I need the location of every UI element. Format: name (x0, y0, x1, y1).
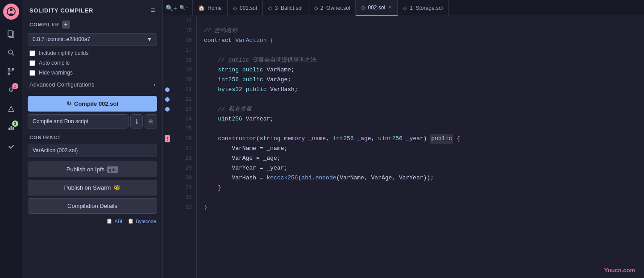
svg-point-7 (8, 73, 10, 75)
tab-2owner[interactable]: ◇ 2_Owner.sol (308, 0, 356, 16)
line-33: 33 (186, 203, 192, 212)
bp-27 (165, 144, 170, 154)
compile-run-row: Compile and Run script ℹ ⎘ (28, 114, 157, 129)
indent-27 (204, 144, 232, 154)
add-compiler-btn[interactable]: + (62, 21, 70, 29)
bp-29 (165, 163, 170, 173)
svg-rect-2 (8, 31, 12, 37)
bottom-links-row: 📋 ABI 📋 Bytecode (22, 214, 162, 224)
hamburger-icon[interactable]: ≡ (151, 6, 155, 14)
hide-warnings-label[interactable]: Hide warnings (39, 70, 73, 76)
compile-run-info-icon[interactable]: ℹ (130, 114, 143, 129)
breakpoint-dot-23 (165, 107, 170, 112)
compile-run-button[interactable]: Compile and Run script (28, 114, 129, 129)
verify-icon[interactable] (3, 138, 19, 154)
file-icon-002: ◇ (361, 4, 365, 11)
code-line-19: string public VarName; (204, 65, 637, 75)
bytecode-label: Bytecode (136, 219, 156, 224)
kw-contract: contract (204, 36, 232, 46)
bp-15 (165, 26, 170, 36)
tab-1storage[interactable]: ◇ 1_Storage.sol (398, 0, 449, 16)
bp-16 (165, 36, 170, 46)
code-line-22 (204, 95, 637, 104)
bp-21 (165, 85, 170, 95)
publish-ipfs-button[interactable]: Publish on Ipfs ipfs (28, 162, 157, 177)
comment-15: // 合约名称 (204, 26, 237, 36)
code-line-27: VarName = _name; (204, 144, 637, 154)
file-icon-001: ◇ (233, 5, 237, 11)
type-uint256-24: uint256 (218, 114, 242, 124)
tab-2owner-label: 2_Owner.sol (320, 5, 350, 11)
kw-memory: memory (284, 134, 305, 144)
contract-dropdown[interactable]: VarAction (002.sol) (28, 144, 157, 157)
icon-sidebar: 1 3 (0, 0, 22, 278)
line-28: 28 (186, 154, 192, 163)
line-14: 14 (186, 16, 192, 26)
nightly-builds-label[interactable]: Include nightly builds (39, 50, 88, 56)
kw-constructor: constructor (218, 134, 256, 144)
publish-swarm-label: Publish on Swarm (64, 184, 111, 191)
file-icon-1storage: ◇ (403, 5, 407, 11)
abi-link[interactable]: 📋 ABI (106, 218, 122, 224)
zoom-out-icon[interactable]: 🔍− (178, 2, 190, 14)
breakpoint-dot-22 (165, 97, 170, 102)
hide-warnings-checkbox[interactable] (29, 70, 35, 76)
tab-home-label: Home (208, 5, 222, 11)
advanced-config-row[interactable]: Advanced Configurations › (22, 78, 162, 91)
compilation-details-button[interactable]: Compilation Details (28, 198, 157, 214)
auto-compile-checkbox[interactable] (29, 60, 35, 66)
logo-icon[interactable] (3, 4, 19, 20)
code-lines[interactable]: // 合约名称 contract VarAction { // public 变… (197, 16, 644, 278)
swarm-icon: 🐝 (113, 184, 120, 191)
tab-001-label: 001.sol (240, 5, 257, 11)
tab-001sol[interactable]: ◇ 001.sol (228, 0, 263, 16)
deploy-icon[interactable] (3, 101, 19, 117)
bp-30 (165, 173, 170, 183)
open-brace-26: { (457, 134, 460, 144)
contract-select-wrap[interactable]: VarAction (002.sol) (28, 144, 157, 157)
publish-swarm-button[interactable]: Publish on Swarm 🐝 (28, 180, 157, 195)
zoom-in-icon[interactable]: 🔍+ (166, 2, 177, 14)
type-int256: int256 (218, 75, 239, 85)
line-22: 22 (186, 95, 192, 104)
compile-button[interactable]: ↻ Compile 002.sol (28, 96, 157, 112)
analytics-badge: 3 (12, 120, 18, 127)
bp-25 (165, 124, 170, 134)
nightly-builds-checkbox[interactable] (29, 50, 35, 56)
svg-point-5 (8, 68, 10, 70)
tab-002-label: 002.sol (368, 4, 385, 11)
indent-28 (204, 154, 232, 163)
bp-31 (165, 183, 170, 193)
bp-32 (165, 193, 170, 203)
indent-19 (204, 65, 218, 75)
analytics-icon[interactable]: 3 (3, 120, 19, 136)
line-27: 27 (186, 144, 192, 154)
comma2: , (371, 134, 378, 144)
type-string: string (218, 65, 239, 75)
compiler-version-dropdown[interactable]: 0.8.7+commit.e28d00a7 (33, 36, 147, 42)
bp-17 (165, 46, 170, 55)
var-varage-assign: VarAge = _age; (232, 154, 280, 163)
code-line-33: } (204, 203, 637, 212)
var-varyear-assign: VarYear = _year; (232, 163, 287, 173)
contract-label: CONTRACT (22, 131, 162, 142)
bytecode-link[interactable]: 📋 Bytecode (128, 218, 156, 224)
auto-compile-label[interactable]: Auto compile (39, 60, 70, 66)
param-age: _age (357, 134, 371, 144)
tab-002-close-icon[interactable]: ✕ (388, 5, 392, 10)
line-15: 15 (186, 26, 192, 36)
code-editor[interactable]: ! 14 15 16 17 18 19 20 21 22 23 24 25 26… (163, 16, 644, 278)
compile-run-copy-icon[interactable]: ⎘ (145, 114, 157, 129)
debug-icon[interactable]: 1 (3, 82, 19, 98)
compiler-version-select[interactable]: 0.8.7+commit.e28d00a7 ▼ (28, 33, 157, 46)
tab-002sol[interactable]: ◇ 002.sol ✕ (356, 0, 398, 16)
file-icon-2owner: ◇ (314, 5, 318, 11)
source-control-icon[interactable] (3, 63, 19, 79)
search-icon[interactable] (3, 45, 19, 61)
tab-home[interactable]: 🏠 Home (193, 0, 228, 16)
tab-3ballot[interactable]: ◇ 3_Ballot.sol (263, 0, 308, 16)
line-24: 24 (186, 114, 192, 124)
var-varyear: VarYear; (246, 114, 274, 124)
files-icon[interactable] (3, 26, 19, 42)
indent-26 (204, 134, 218, 144)
